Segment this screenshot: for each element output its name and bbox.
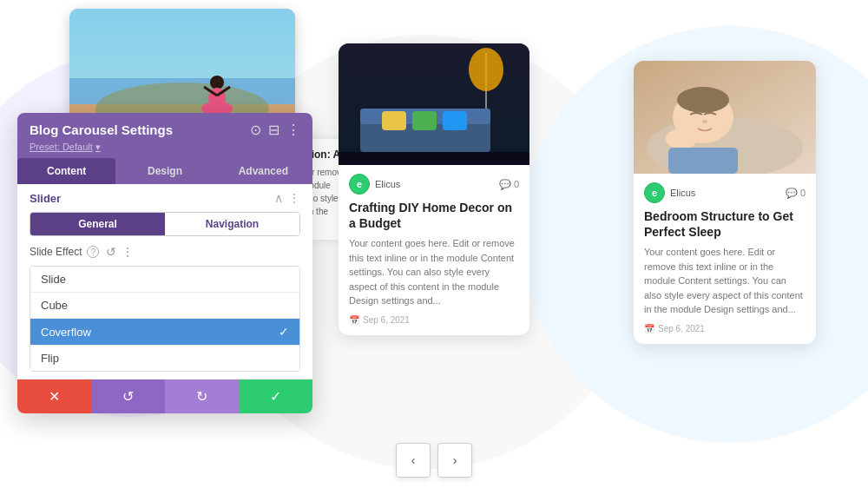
expand-icon[interactable]: ⊟ [268,122,279,138]
card-2-comment-count: 💬 0 [786,188,806,199]
calendar-icon-2: 📅 [644,324,654,333]
next-arrow[interactable]: › [437,443,472,478]
check-icon: ✓ [279,325,289,339]
undo-small-icon[interactable]: ↺ [106,245,116,259]
svg-point-11 [469,48,503,91]
slide-effect-icons: ↺ ⋮ [106,245,134,259]
settings-title: Blog Carousel Settings [30,122,173,137]
slider-label: Slider [30,192,61,205]
redo-button[interactable]: ↻ [165,380,239,413]
nav-arrows: ‹ › [396,443,472,478]
card-2-avatar: e [644,182,665,203]
option-slide[interactable]: Slide [30,267,299,293]
blog-card-1: e Elicus 💬 0 Crafting DIY Home Decor on … [339,43,529,335]
tab-advanced[interactable]: Advanced [214,158,312,184]
comment-bubble-icon: 💬 [499,179,511,190]
card-1-text: Your content goes here. Edit or remove t… [349,236,519,308]
comment-bubble-icon-2: 💬 [786,188,798,199]
svg-rect-18 [443,111,467,130]
tab-design[interactable]: Design [115,158,214,184]
undo-button[interactable]: ↺ [91,380,165,413]
card-1-image [339,43,529,165]
settings-toolbar: ✕ ↺ ↻ ✓ [17,380,312,413]
options-icon[interactable]: ⋮ [122,245,134,259]
card-2-author: e Elicus [644,182,695,203]
slide-effect-dropdown: Slide Cube Coverflow ✓ Flip [30,266,300,372]
focus-icon[interactable]: ⊙ [250,122,261,138]
card-1-author: e Elicus [349,174,400,195]
more-icon[interactable]: ⋮ [286,122,300,138]
svg-point-23 [677,87,729,113]
slider-section: Slider ∧ ⋮ General Navigation Slide Effe… [17,184,312,380]
cancel-button[interactable]: ✕ [17,380,91,413]
svg-rect-16 [382,111,406,130]
collapse-icon[interactable]: ∧ [274,191,283,205]
card-2-body: e Elicus 💬 0 Bedroom Structure to Get Pe… [634,174,816,344]
slider-more-icon[interactable]: ⋮ [288,191,300,205]
settings-header-icons: ⊙ ⊟ ⋮ [250,122,300,138]
slider-header-icons: ∧ ⋮ [274,191,300,205]
card-2-text: Your content goes here. Edit or remove t… [644,245,806,317]
svg-point-25 [666,129,697,149]
card-2-date: 📅 Sep 6, 2021 [644,324,806,333]
card-1-title: Crafting DIY Home Decor on a Budget [349,200,519,231]
card-2-image [634,61,816,174]
card-1-meta: e Elicus 💬 0 [349,174,519,195]
option-flip[interactable]: Flip [30,346,299,371]
card-1-date: 📅 Sep 6, 2021 [349,315,519,325]
settings-panel: Blog Carousel Settings ⊙ ⊟ ⋮ Preset: Def… [17,113,312,413]
svg-rect-17 [412,111,437,130]
card-1-avatar: e [349,174,370,195]
confirm-button[interactable]: ✓ [239,380,312,413]
slide-effect-row: Slide Effect ? ↺ ⋮ [30,245,300,259]
card-2-title: Bedroom Structure to Get Perfect Sleep [644,208,806,240]
option-coverflow[interactable]: Coverflow ✓ [30,319,299,346]
card-2-meta: e Elicus 💬 0 [644,182,806,203]
card-1-author-name: Elicus [375,179,400,189]
card-1-comment-count: 💬 0 [499,179,519,190]
svg-point-24 [702,120,707,123]
svg-rect-26 [668,148,738,174]
settings-tabs: Content Design Advanced [17,158,312,184]
tab-content[interactable]: Content [17,158,115,184]
card-2-author-name: Elicus [670,188,695,198]
sub-tab-general[interactable]: General [30,213,165,235]
sub-tabs: General Navigation [30,212,300,236]
calendar-icon-1: 📅 [349,315,359,325]
help-icon[interactable]: ? [87,246,99,258]
card-1-body: e Elicus 💬 0 Crafting DIY Home Decor on … [339,165,529,335]
settings-header: Blog Carousel Settings ⊙ ⊟ ⋮ Preset: Def… [17,113,312,158]
blog-card-2: e Elicus 💬 0 Bedroom Structure to Get Pe… [634,61,816,344]
option-cube[interactable]: Cube [30,293,299,319]
settings-preset[interactable]: Preset: Default ▾ [30,142,300,153]
slide-effect-label: Slide Effect [30,246,82,258]
prev-arrow[interactable]: ‹ [396,443,431,478]
sub-tab-navigation[interactable]: Navigation [165,213,299,235]
svg-point-4 [210,76,224,89]
svg-rect-19 [339,152,529,165]
